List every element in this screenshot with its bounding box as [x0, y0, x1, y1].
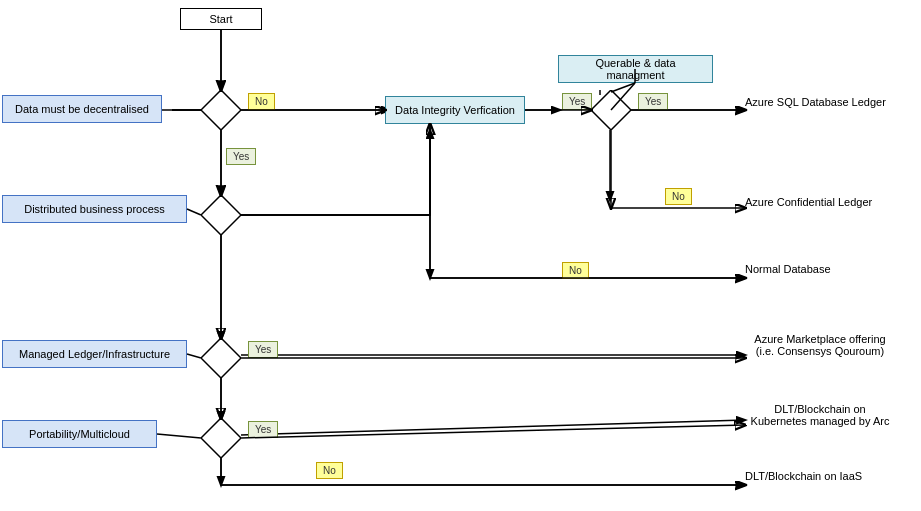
diamond-3 — [201, 338, 241, 378]
start-node: Start — [180, 8, 262, 30]
diamond-querable — [591, 90, 631, 130]
output-dlt-iaas: DLT/Blockchain on IaaS — [745, 470, 862, 482]
badge-no-data-int: No — [562, 262, 589, 279]
flowchart-diagram: Start Data must be decentralised No Yes … — [0, 0, 921, 511]
q2-label: Distributed business process — [2, 195, 187, 223]
svg-line-34 — [241, 425, 745, 438]
q3-label: Managed Ledger/Infrastructure — [2, 340, 187, 368]
svg-line-39 — [187, 209, 201, 215]
svg-line-13 — [241, 420, 745, 435]
badge-no-4: No — [316, 462, 343, 479]
q1-label: Data must be decentralised — [2, 95, 162, 123]
svg-marker-18 — [201, 90, 241, 130]
svg-line-41 — [157, 434, 201, 438]
q4-label: Portability/Multicloud — [2, 420, 157, 448]
svg-marker-22 — [201, 418, 241, 458]
badge-yes-querable-right: Yes — [638, 93, 668, 110]
badge-no-querable: No — [665, 188, 692, 205]
querable-box: Querable & data managment — [558, 55, 713, 83]
badge-yes-data-int: Yes — [562, 93, 592, 110]
badge-yes-1: Yes — [226, 148, 256, 165]
output-normal-db: Normal Database — [745, 263, 831, 275]
badge-yes-3: Yes — [248, 341, 278, 358]
output-azure-sql: Azure SQL Database Ledger — [745, 96, 886, 108]
output-azure-confidential: Azure Confidential Ledger — [745, 196, 872, 208]
svg-marker-20 — [591, 90, 631, 130]
output-marketplace: Azure Marketplace offering (i.e. Consens… — [745, 333, 895, 357]
svg-line-40 — [187, 354, 201, 358]
diamond-2 — [201, 195, 241, 235]
badge-no-1: No — [248, 93, 275, 110]
diamond-1 — [201, 90, 241, 130]
badge-yes-4: Yes — [248, 421, 278, 438]
diamond-4 — [201, 418, 241, 458]
svg-marker-19 — [201, 195, 241, 235]
output-dlt-kubernetes: DLT/Blockchain on Kubernetes managed by … — [745, 403, 895, 427]
svg-marker-21 — [201, 338, 241, 378]
data-integrity-box: Data Integrity Verfication — [385, 96, 525, 124]
